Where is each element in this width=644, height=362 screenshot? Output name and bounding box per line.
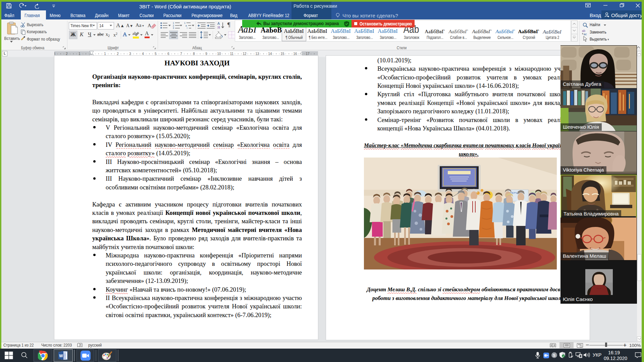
svg-text:1: 1: [173, 22, 174, 24]
svg-text:12: 12: [243, 52, 247, 56]
svg-text:8: 8: [193, 52, 195, 56]
svg-text:А: А: [217, 21, 220, 25]
svg-text:16: 16: [293, 52, 297, 56]
svg-text:x: x: [80, 344, 82, 346]
svg-text:15: 15: [280, 52, 284, 56]
svg-text:A: A: [148, 23, 151, 28]
svg-text:3: 3: [129, 52, 131, 56]
svg-text:11: 11: [230, 52, 234, 56]
svg-text:2: 2: [173, 24, 174, 27]
svg-text:9: 9: [205, 52, 207, 56]
svg-text:7: 7: [180, 52, 182, 56]
svg-text:17: 17: [306, 52, 310, 56]
svg-text:2: 2: [66, 52, 68, 56]
svg-text:3: 3: [173, 27, 174, 29]
svg-text:13: 13: [255, 52, 259, 56]
svg-text:Я: Я: [217, 25, 220, 29]
svg-text:3: 3: [54, 52, 55, 56]
svg-text:14: 14: [268, 52, 272, 56]
svg-text:1: 1: [104, 52, 106, 56]
svg-text:ab: ab: [582, 29, 585, 33]
svg-text:5: 5: [155, 52, 157, 56]
svg-text:S: S: [553, 353, 555, 357]
svg-text:2: 2: [117, 52, 119, 56]
svg-text:a: a: [185, 24, 187, 27]
svg-text:10: 10: [217, 52, 221, 56]
svg-text:6: 6: [167, 52, 169, 56]
svg-text:1: 1: [78, 52, 80, 56]
svg-text:ac: ac: [584, 33, 587, 36]
svg-text:W: W: [59, 354, 63, 358]
svg-text:i: i: [187, 27, 187, 29]
svg-text:4: 4: [142, 52, 144, 56]
svg-text:1: 1: [184, 22, 185, 24]
